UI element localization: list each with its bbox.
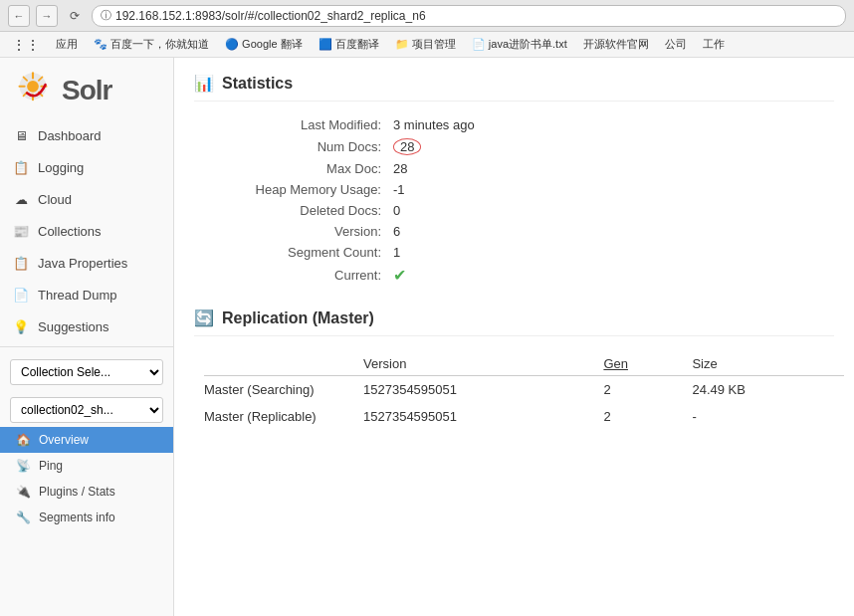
ping-icon: 📡 — [16, 459, 31, 473]
bookmark-opensource[interactable]: 开源软件官网 — [577, 35, 655, 54]
value-num-docs: 28 — [393, 138, 421, 155]
cell-searching-version: 1527354595051 — [363, 376, 603, 404]
address-bar[interactable]: ⓘ 192.168.152.1:8983/solr/#/collection02… — [92, 5, 846, 27]
solr-logo: Solr — [0, 58, 173, 119]
bookmark-company[interactable]: 公司 — [659, 35, 693, 54]
stats-row-current: Current: ✔ — [214, 266, 834, 285]
stats-row-version: Version: 6 — [214, 224, 834, 239]
main-content: 📊 Statistics Last Modified: 3 minutes ag… — [174, 58, 854, 616]
cloud-icon: ☁ — [12, 190, 30, 208]
dashboard-icon: 🖥 — [12, 126, 30, 144]
value-heap-memory: -1 — [393, 182, 405, 197]
stats-row-segment-count: Segment Count: 1 — [214, 245, 834, 260]
value-max-doc: 28 — [393, 161, 407, 176]
sidebar-item-thread-dump[interactable]: 📄 Thread Dump — [0, 279, 173, 310]
cell-searching-size: 24.49 KB — [692, 376, 844, 404]
sidebar-item-dashboard[interactable]: 🖥 Dashboard — [0, 119, 173, 151]
cell-replicable-size: - — [692, 403, 844, 430]
label-last-modified: Last Modified: — [214, 117, 393, 132]
statistics-icon: 📊 — [194, 74, 214, 93]
sidebar-label-suggestions: Suggestions — [38, 319, 109, 334]
label-heap-memory: Heap Memory Usage: — [214, 182, 393, 197]
replication-header: 🔄 Replication (Master) — [194, 308, 834, 336]
cell-searching-label: Master (Searching) — [204, 376, 363, 404]
solr-logo-text: Solr — [62, 75, 111, 106]
cell-replicable-label: Master (Replicable) — [204, 403, 363, 430]
bookmark-baidu-search[interactable]: 🐾 百度一下，你就知道 — [88, 35, 215, 54]
sub-nav-ping[interactable]: 📡 Ping — [0, 453, 173, 479]
sidebar-item-cloud[interactable]: ☁ Cloud — [0, 183, 173, 215]
replication-table-header-row: Version Gen Size — [204, 352, 844, 376]
sidebar-label-collections: Collections — [38, 224, 102, 239]
sub-nav-overview[interactable]: 🏠 Overview — [0, 427, 173, 453]
stats-row-num-docs: Num Docs: 28 — [214, 138, 834, 155]
thread-icon: 📄 — [12, 286, 30, 304]
value-deleted-docs: 0 — [393, 203, 400, 218]
bookmark-project-mgmt[interactable]: 📁 项目管理 — [389, 35, 462, 54]
forward-button[interactable]: → — [36, 5, 58, 27]
back-button[interactable]: ← — [8, 5, 30, 27]
bookmark-java-book[interactable]: 📄 java进阶书单.txt — [466, 35, 573, 54]
statistics-header: 📊 Statistics — [194, 74, 834, 102]
replication-title: Replication (Master) — [222, 309, 374, 327]
app-wrapper: Solr 🖥 Dashboard 📋 Logging ☁ Cloud 📰 Col… — [0, 58, 854, 616]
sub-nav-label-segments: Segments info — [39, 511, 115, 524]
label-current: Current: — [214, 268, 393, 283]
overview-icon: 🏠 — [16, 433, 31, 447]
bookmark-apps[interactable]: 应用 — [50, 35, 84, 54]
value-current: ✔ — [393, 266, 406, 285]
sub-nav-label-overview: Overview — [39, 433, 89, 447]
sidebar-item-logging[interactable]: 📋 Logging — [0, 151, 173, 183]
suggestions-icon: 💡 — [12, 317, 30, 335]
stats-row-last-modified: Last Modified: 3 minutes ago — [214, 117, 834, 132]
sub-nav-segments-info[interactable]: 🔧 Segments info — [0, 505, 173, 530]
label-version: Version: — [214, 224, 393, 239]
value-version: 6 — [393, 224, 400, 239]
bookmark-google-translate[interactable]: 🔵 Google 翻译 — [219, 35, 309, 54]
svg-point-1 — [27, 81, 39, 93]
sidebar-label-dashboard: Dashboard — [38, 128, 102, 143]
sidebar: Solr 🖥 Dashboard 📋 Logging ☁ Cloud 📰 Col… — [0, 58, 174, 616]
value-last-modified: 3 minutes ago — [393, 117, 475, 132]
collection-dropdown[interactable]: collection02_sh... — [10, 397, 163, 423]
label-num-docs: Num Docs: — [214, 139, 393, 154]
sub-nav-label-ping: Ping — [39, 459, 63, 473]
cell-replicable-version: 1527354595051 — [363, 403, 603, 430]
lock-icon: ⓘ — [101, 8, 111, 23]
value-segment-count: 1 — [393, 245, 400, 260]
stats-row-deleted-docs: Deleted Docs: 0 — [214, 203, 834, 218]
bookmarks-bar: ⋮⋮ 应用 🐾 百度一下，你就知道 🔵 Google 翻译 🟦 百度翻译 📁 项… — [0, 32, 854, 58]
replication-table: Version Gen Size Master (Searching) 1527… — [204, 352, 844, 430]
statistics-table: Last Modified: 3 minutes ago Num Docs: 2… — [214, 117, 834, 285]
browser-bar: ← → ⟳ ⓘ 192.168.152.1:8983/solr/#/collec… — [0, 0, 854, 32]
label-deleted-docs: Deleted Docs: — [214, 203, 393, 218]
url-text: 192.168.152.1:8983/solr/#/collection02_s… — [115, 9, 426, 23]
col-header-gen: Gen — [603, 352, 692, 376]
sidebar-item-collections[interactable]: 📰 Collections — [0, 215, 173, 247]
sub-nav-plugins-stats[interactable]: 🔌 Plugins / Stats — [0, 479, 173, 505]
stats-row-max-doc: Max Doc: 28 — [214, 161, 834, 176]
collections-icon: 📰 — [12, 222, 30, 240]
solr-logo-icon — [12, 70, 54, 111]
col-header-label — [204, 352, 363, 376]
java-icon: 📋 — [12, 254, 30, 272]
refresh-button[interactable]: ⟳ — [64, 5, 86, 27]
sidebar-label-logging: Logging — [38, 160, 84, 175]
sidebar-item-suggestions[interactable]: 💡 Suggestions — [0, 310, 173, 342]
replication-icon: 🔄 — [194, 308, 214, 327]
bookmark-work[interactable]: 工作 — [697, 35, 731, 54]
sidebar-item-java-properties[interactable]: 📋 Java Properties — [0, 247, 173, 279]
label-max-doc: Max Doc: — [214, 161, 393, 176]
logging-icon: 📋 — [12, 158, 30, 176]
cell-searching-gen: 2 — [603, 376, 692, 404]
apps-icon[interactable]: ⋮⋮ — [6, 35, 46, 55]
plugins-icon: 🔌 — [16, 485, 31, 499]
segments-icon: 🔧 — [16, 511, 31, 524]
stats-row-heap-memory: Heap Memory Usage: -1 — [214, 182, 834, 197]
sidebar-label-java: Java Properties — [38, 256, 127, 271]
collection-select[interactable]: Collection Sele... — [10, 359, 163, 385]
cell-replicable-gen: 2 — [603, 403, 692, 430]
replication-row-replicable: Master (Replicable) 1527354595051 2 - — [204, 403, 844, 430]
label-segment-count: Segment Count: — [214, 245, 393, 260]
bookmark-baidu-translate[interactable]: 🟦 百度翻译 — [313, 35, 385, 54]
